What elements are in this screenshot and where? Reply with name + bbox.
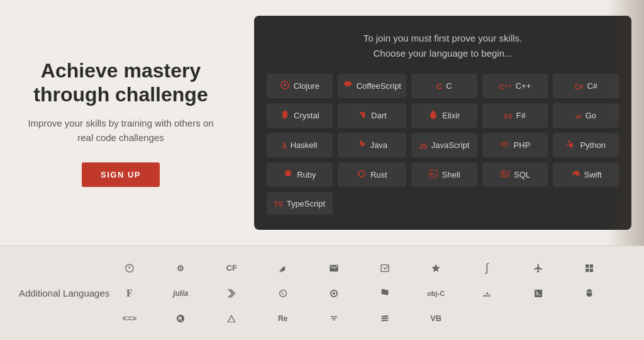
add-icon-lean[interactable] (477, 283, 497, 303)
add-icon-reason[interactable]: Re (273, 309, 293, 329)
add-icon-nim[interactable] (375, 283, 395, 303)
additional-languages-label: Additional Languages (19, 288, 119, 298)
lang-btn-ruby[interactable]: Ruby (267, 162, 333, 187)
add-icon-vb[interactable]: VB (426, 309, 446, 329)
add-icon-nasm[interactable] (324, 283, 344, 303)
svg-point-11 (333, 292, 335, 295)
lang-btn-sql[interactable]: SQL (482, 162, 548, 187)
add-icon-agda[interactable] (221, 309, 242, 329)
add-icon-grid[interactable] (579, 258, 599, 278)
lang-btn-csharp[interactable]: C#C# (553, 74, 619, 98)
add-icon-erlang[interactable]: <=> (119, 309, 140, 329)
add-icon-blank1 (477, 309, 497, 329)
add-icon-blank2 (528, 309, 548, 329)
add-icon-plant[interactable] (273, 258, 293, 278)
add-icon-plane[interactable] (528, 258, 548, 278)
lang-btn-haskell[interactable]: λHaskell (267, 133, 333, 157)
add-icon-terminal[interactable] (375, 258, 395, 278)
bottom-section: Additional Languages CF ∫ (0, 246, 644, 340)
right-panel: To join you must first prove your skills… (242, 0, 644, 246)
panel-header-line1: To join you must first prove your skills… (364, 33, 523, 43)
additional-icons-grid: CF ∫ F julia (119, 258, 625, 329)
add-icon-integral[interactable]: ∫ (477, 258, 497, 278)
add-icon-star[interactable] (426, 258, 446, 278)
lang-btn-go[interactable]: ∞Go (553, 103, 619, 128)
add-icon-owl[interactable] (579, 283, 599, 303)
hero-title: Achieve masterythrough challenge (33, 59, 208, 107)
add-icon-mail[interactable] (324, 258, 344, 278)
hero-subtitle: Improve your skills by training with oth… (25, 116, 216, 145)
lang-btn-shell[interactable]: Shell (411, 162, 477, 187)
add-icon-cf[interactable]: CF (221, 258, 242, 278)
add-icon-kotlin[interactable] (221, 283, 242, 303)
add-icon-coffeescript2[interactable] (170, 258, 191, 278)
add-icon-falcom[interactable] (119, 258, 140, 278)
lang-btn-typescript[interactable]: TSTypeScript (267, 192, 333, 215)
lang-btn-python[interactable]: Python (553, 133, 619, 157)
add-icon-objc[interactable]: obj-C (426, 283, 446, 303)
lang-btn-fsharp[interactable]: F#F# (482, 103, 548, 128)
svg-point-1 (284, 84, 286, 86)
add-icon-r[interactable] (170, 309, 191, 329)
svg-point-8 (180, 267, 182, 269)
add-icon-scala[interactable] (375, 309, 395, 329)
main-section: Achieve masterythrough challenge Improve… (0, 0, 644, 246)
lang-btn-c[interactable]: CC (411, 74, 477, 98)
lang-btn-clojure[interactable]: Clojure (267, 74, 333, 98)
lang-btn-cpp[interactable]: C⁺⁺C++ (482, 74, 548, 98)
signup-button[interactable]: SIGN UP (82, 162, 160, 187)
add-icon-blank3 (579, 309, 599, 329)
language-grid: ClojureCoffeeScriptCCC⁺⁺C++C#C#CrystalDa… (267, 74, 619, 215)
add-icon-groovy[interactable] (273, 283, 293, 303)
lang-btn-dart[interactable]: Dart (338, 103, 406, 128)
lang-btn-elixir[interactable]: Elixir (411, 103, 477, 128)
lang-btn-php[interactable]: PHP (482, 133, 548, 157)
lang-btn-crystal[interactable]: Crystal (267, 103, 333, 128)
add-icon-fortran[interactable]: F (119, 283, 140, 303)
add-icon-emacs[interactable] (324, 309, 344, 329)
add-icon-julia[interactable]: julia (170, 283, 191, 303)
language-panel: To join you must first prove your skills… (254, 16, 631, 230)
add-icon-powershell[interactable] (528, 283, 548, 303)
panel-header-line2: Choose your language to begin... (374, 48, 513, 59)
lang-btn-rust[interactable]: Rust (338, 162, 406, 187)
lang-btn-coffeescript[interactable]: CoffeeScript (338, 74, 406, 98)
lang-btn-javascript[interactable]: JSJavaScript (411, 133, 477, 157)
panel-header: To join you must first prove your skills… (267, 31, 619, 61)
lang-btn-java[interactable]: Java (338, 133, 406, 157)
left-panel: Achieve masterythrough challenge Improve… (0, 0, 242, 246)
lang-btn-swift[interactable]: Swift (553, 162, 619, 187)
